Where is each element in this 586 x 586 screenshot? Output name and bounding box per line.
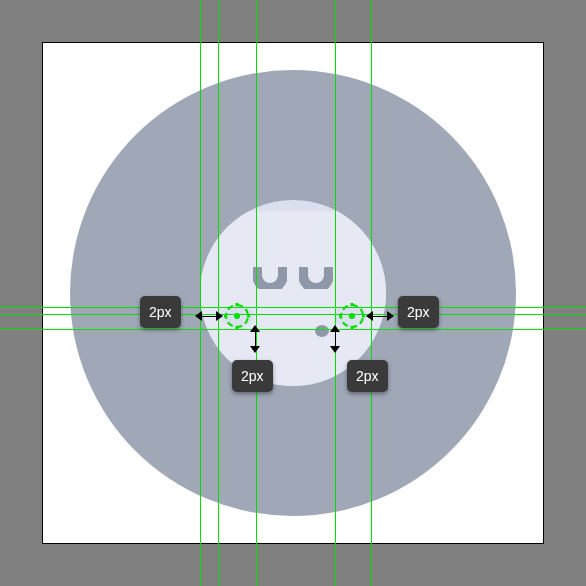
measure-arrow-right	[366, 311, 394, 321]
artboard[interactable]	[43, 43, 543, 543]
guide-horizontal	[0, 329, 586, 330]
face-eye-right[interactable]	[299, 267, 333, 289]
guide-vertical	[218, 0, 219, 586]
guide-vertical	[200, 0, 201, 586]
inner-circle-highlight[interactable]	[200, 200, 386, 386]
measure-label-bottom-right: 2px	[347, 360, 388, 392]
measure-arrow-left	[195, 311, 223, 321]
guide-horizontal	[0, 314, 586, 315]
guide-vertical	[371, 0, 372, 586]
measure-arrow-bottom-right	[330, 325, 340, 353]
guide-horizontal	[0, 307, 586, 308]
guide-vertical	[256, 0, 257, 586]
face-mole[interactable]	[315, 325, 329, 337]
measure-arrow-bottom-left	[250, 325, 260, 353]
measure-label-left: 2px	[140, 296, 181, 328]
face-eye-left[interactable]	[253, 267, 287, 289]
face-cheek-right[interactable]	[333, 305, 367, 327]
measure-label-right: 2px	[398, 296, 439, 328]
face-cheek-left[interactable]	[220, 305, 254, 327]
guide-vertical	[335, 0, 336, 586]
measure-label-bottom-left: 2px	[232, 360, 273, 392]
